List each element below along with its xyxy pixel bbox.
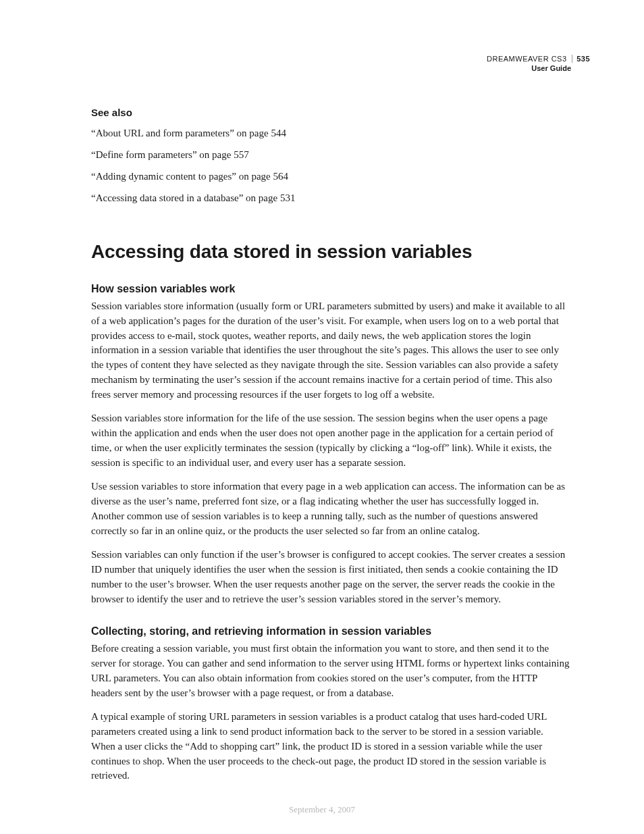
footer-date: September 4, 2007 bbox=[0, 804, 644, 815]
body-paragraph: Session variables store information for … bbox=[91, 411, 570, 470]
body-paragraph: A typical example of storing URL paramet… bbox=[91, 710, 570, 783]
body-paragraph: Session variables can only function if t… bbox=[91, 548, 570, 606]
see-also-link[interactable]: “Adding dynamic content to pages” on pag… bbox=[91, 168, 570, 184]
see-also-heading: See also bbox=[91, 107, 570, 118]
page-header: DREAMWEAVER CS3 535 User Guide bbox=[487, 54, 590, 74]
body-paragraph: Use session variables to store informati… bbox=[91, 479, 570, 538]
section-heading: Collecting, storing, and retrieving info… bbox=[91, 625, 570, 637]
page-content: See also “About URL and form parameters”… bbox=[91, 107, 570, 783]
page-title: Accessing data stored in session variabl… bbox=[91, 241, 570, 263]
body-paragraph: Session variables store information (usu… bbox=[91, 299, 570, 402]
see-also-link[interactable]: “Accessing data stored in a database” on… bbox=[91, 190, 570, 206]
section-heading: How session variables work bbox=[91, 283, 570, 295]
see-also-link[interactable]: “Define form parameters” on page 557 bbox=[91, 147, 570, 163]
body-paragraph: Before creating a session variable, you … bbox=[91, 642, 570, 700]
product-name: DREAMWEAVER CS3 bbox=[487, 55, 567, 63]
page-number: 535 bbox=[572, 55, 590, 63]
header-subtitle: User Guide bbox=[487, 63, 590, 73]
see-also-list: “About URL and form parameters” on page … bbox=[91, 125, 570, 206]
see-also-link[interactable]: “About URL and form parameters” on page … bbox=[91, 125, 570, 141]
